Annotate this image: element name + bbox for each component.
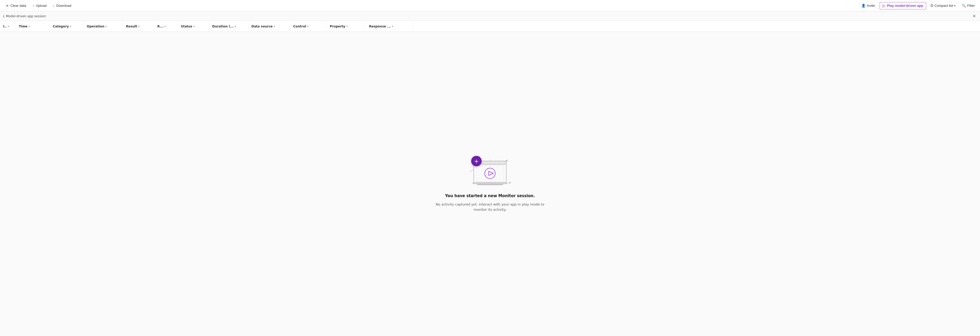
search-icon: 🔍	[962, 4, 966, 8]
list-icon: ☰	[930, 4, 934, 8]
col-header-operation[interactable]: Operation ▾	[84, 21, 123, 32]
chevron-down-icon: ▾	[235, 25, 236, 28]
chevron-down-icon: ▾	[164, 25, 166, 28]
chevron-down-icon: ▾	[392, 25, 393, 28]
chevron-down-icon: ▾	[8, 25, 9, 28]
chevron-down-icon: ▾	[307, 25, 309, 28]
play-icon: ▷	[883, 4, 885, 8]
compact-list-button[interactable]: ☰ Compact list ▾	[928, 2, 958, 9]
chevron-down-icon: ▾	[138, 25, 140, 28]
chevron-down-icon: ▾	[954, 4, 955, 7]
svg-rect-8	[472, 183, 508, 184]
toolbar-left: ✕ Clear data ↑ Upload ↓ Download	[3, 2, 858, 9]
download-icon: ↓	[53, 4, 55, 8]
upload-icon: ↑	[32, 4, 34, 8]
session-bar: ℹ Model-driven app session ✕	[0, 11, 980, 21]
upload-button[interactable]: ↑ Upload	[30, 2, 49, 9]
close-session-button[interactable]: ✕	[971, 13, 977, 19]
chevron-down-icon: ▾	[193, 25, 195, 28]
col-header-id[interactable]: I.. ▾	[0, 21, 16, 32]
close-icon: ✕	[6, 4, 9, 8]
toolbar-right: 👤 Invite ▷ Play model-driven app ☰ Compa…	[859, 2, 977, 10]
empty-state-title: You have started a new Monitor session.	[445, 193, 535, 198]
chevron-down-icon: ▾	[29, 25, 30, 28]
plus-circle-icon: +	[471, 156, 482, 166]
chevron-down-icon: ▾	[346, 25, 348, 28]
col-header-datasource[interactable]: Data source ▾	[248, 21, 290, 32]
col-header-duration[interactable]: Duration (... ▾	[209, 21, 248, 32]
col-header-status[interactable]: Status ▾	[178, 21, 209, 32]
main-content: + + +	[0, 32, 980, 336]
col-header-result[interactable]: Result ▾	[123, 21, 154, 32]
svg-rect-9	[477, 184, 503, 185]
empty-state-illustration: + + +	[466, 156, 514, 190]
col-header-r[interactable]: R... ▾	[154, 21, 178, 32]
chevron-down-icon: ▾	[274, 25, 275, 28]
chevron-down-icon: ▾	[70, 25, 71, 28]
col-header-category[interactable]: Category ▾	[50, 21, 84, 32]
empty-state: + + +	[435, 156, 545, 212]
info-icon: ℹ	[3, 14, 5, 18]
person-icon: 👤	[861, 4, 865, 8]
clear-data-button[interactable]: ✕ Clear data	[3, 2, 29, 9]
col-header-control[interactable]: Control ▾	[290, 21, 327, 32]
play-model-driven-button[interactable]: ▷ Play model-driven app	[880, 2, 926, 10]
session-label: Model-driven app session	[6, 14, 46, 18]
filter-button[interactable]: 🔍 Filter	[959, 2, 977, 9]
chevron-down-icon: ▾	[106, 25, 107, 28]
col-header-time[interactable]: Time ▾	[16, 21, 50, 32]
toolbar: ✕ Clear data ↑ Upload ↓ Download 👤 Invit…	[0, 0, 980, 11]
column-headers: I.. ▾ Time ▾ Category ▾ Operation ▾ Resu…	[0, 21, 980, 32]
empty-state-description: No activity captured yet. Interact with …	[435, 202, 545, 212]
download-button[interactable]: ↓ Download	[50, 2, 74, 9]
col-header-property[interactable]: Property ▾	[327, 21, 366, 32]
invite-button[interactable]: 👤 Invite	[859, 2, 878, 9]
col-header-response[interactable]: Response ... ▾	[366, 21, 413, 32]
